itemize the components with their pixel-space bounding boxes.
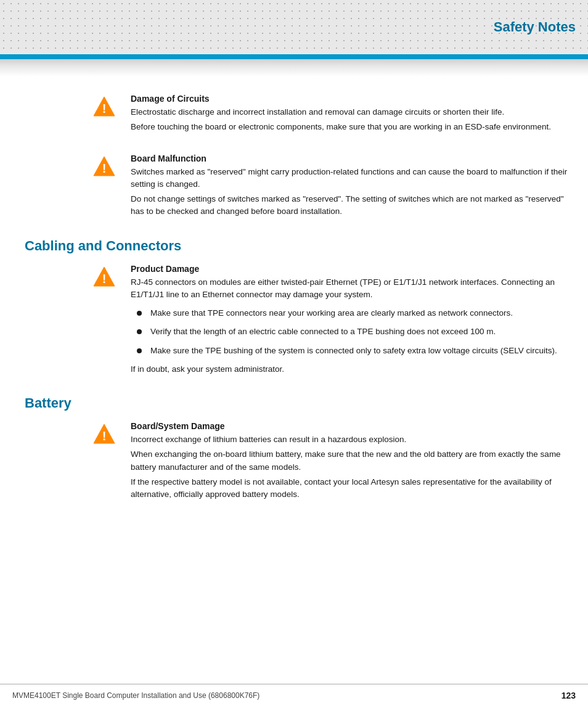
cabling-section: Cabling and Connectors ! Product Damage …	[12, 238, 576, 379]
warning-para-1-1: Before touching the board or electronic …	[131, 121, 576, 133]
battery-warning-para-0: Incorrect exchange of lithium batteries …	[131, 433, 576, 446]
battery-section: Battery ! Board/System Damage Incorrect …	[12, 395, 576, 503]
battery-heading: Battery	[12, 395, 576, 411]
blue-stripe	[0, 54, 588, 59]
warning-title-2: Board Malfunction	[131, 154, 576, 163]
warning-icon-battery: !	[92, 421, 123, 503]
battery-warning-para-2: If the respective battery model is not a…	[131, 476, 576, 501]
warning-battery: ! Board/System Damage Incorrect exchange…	[12, 421, 576, 503]
cabling-warning-title: Product Damage	[131, 264, 576, 274]
content-area: ! Damage of Circuits Electrostatic disch…	[0, 76, 588, 528]
battery-warning-para-1: When exchanging the on-board lithium bat…	[131, 448, 576, 474]
cabling-warning-body: RJ-45 connectors on modules are either t…	[131, 276, 576, 376]
warning-text-damage-circuits: Damage of Circuits Electrostatic dischar…	[131, 94, 576, 136]
cabling-bullet-list: Make sure that TPE connectors near your …	[131, 307, 576, 357]
warning-title-1: Damage of Circuits	[131, 94, 576, 104]
footer: MVME4100ET Single Board Computer Install…	[0, 684, 588, 706]
bullet-dot-2	[137, 329, 142, 334]
bullet-text-3: Make sure the TPE bushing of the system …	[150, 345, 557, 357]
warning-text-battery: Board/System Damage Incorrect exchange o…	[131, 421, 576, 503]
svg-text:!: !	[102, 102, 107, 115]
list-item: Verify that the length of an electric ca…	[131, 326, 576, 338]
cabling-warning-footer: If in doubt, ask your system administrat…	[131, 363, 576, 376]
svg-text:!: !	[102, 162, 107, 175]
header-area: Safety Notes	[0, 0, 588, 54]
warning-text-product-damage: Product Damage RJ-45 connectors on modul…	[131, 264, 576, 379]
warning-icon-product-damage: !	[92, 264, 123, 379]
warning-damage-circuits: ! Damage of Circuits Electrostatic disch…	[12, 94, 576, 136]
battery-warning-title: Board/System Damage	[131, 421, 576, 431]
bullet-dot-1	[137, 311, 142, 316]
footer-left: MVME4100ET Single Board Computer Install…	[12, 691, 259, 700]
gray-bar	[0, 59, 588, 76]
warning-product-damage: ! Product Damage RJ-45 connectors on mod…	[12, 264, 576, 379]
warning-icon-board-malfunction: !	[92, 154, 123, 221]
warning-icon-damage-circuits: !	[92, 94, 123, 136]
bullet-text-1: Make sure that TPE connectors near your …	[150, 307, 513, 319]
battery-warning-body: Incorrect exchange of lithium batteries …	[131, 433, 576, 501]
warning-body-1: Electrostatic discharge and incorrect in…	[131, 106, 576, 134]
list-item: Make sure the TPE bushing of the system …	[131, 345, 576, 357]
warning-para-2-1: Do not change settings of switches marke…	[131, 193, 576, 218]
svg-text:!: !	[102, 272, 107, 285]
page-wrapper: Safety Notes ! Damage of Circuits Electr…	[0, 0, 588, 706]
warning-body-2: Switches marked as "reserved" might carr…	[131, 166, 576, 218]
svg-text:!: !	[102, 429, 107, 443]
warning-board-malfunction: ! Board Malfunction Switches marked as "…	[12, 154, 576, 221]
page-title: Safety Notes	[494, 19, 576, 35]
warning-para-1-0: Electrostatic discharge and incorrect in…	[131, 106, 576, 118]
cabling-heading: Cabling and Connectors	[12, 238, 576, 254]
cabling-warning-intro: RJ-45 connectors on modules are either t…	[131, 276, 576, 302]
list-item: Make sure that TPE connectors near your …	[131, 307, 576, 319]
footer-page-number: 123	[561, 691, 576, 700]
warning-para-2-0: Switches marked as "reserved" might carr…	[131, 166, 576, 191]
warning-text-board-malfunction: Board Malfunction Switches marked as "re…	[131, 154, 576, 221]
bullet-dot-3	[137, 348, 142, 353]
bullet-text-2: Verify that the length of an electric ca…	[150, 326, 496, 338]
